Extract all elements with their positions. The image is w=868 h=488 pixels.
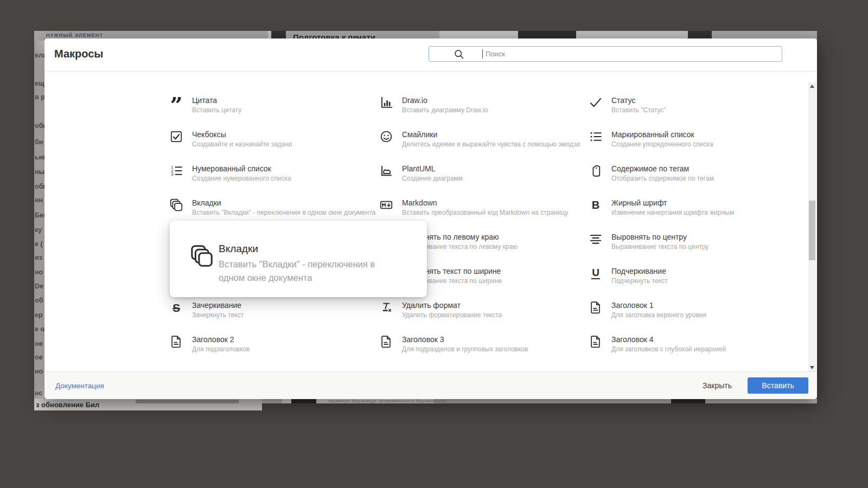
dialog-footer: Документация Закрыть Вставить	[44, 371, 817, 399]
background-text-fragment: обн	[35, 122, 44, 130]
macro-item-title: Удалить формат	[402, 300, 502, 310]
triangle-up-icon	[810, 85, 814, 88]
macro-item-description: Подчеркнуть текст	[611, 277, 668, 285]
check-icon	[589, 95, 603, 110]
background-text-fragment: ое	[35, 340, 43, 348]
background-text-fragment: но	[35, 368, 43, 375]
window-fragment	[671, 399, 705, 403]
background-text-fragment: нс	[35, 389, 43, 397]
macro-item-heading-4[interactable]: Заголовок 4Для заголовков с глубокой иер…	[589, 335, 790, 354]
background-text-fragment: з обновление Бил	[36, 401, 99, 409]
macro-item-text: Нумерованный списокСоздание нумерованног…	[192, 164, 291, 183]
macro-item-bullet-list[interactable]: Маркированный списокСоздание упорядоченн…	[589, 130, 790, 149]
macro-item-title: Зачеркивание	[192, 300, 244, 310]
smiley-icon	[379, 130, 393, 144]
macro-preview-card: Вкладки Вставить "Вкладки" - переключени…	[170, 221, 427, 297]
scroll-down-button[interactable]	[808, 364, 816, 371]
macro-item-title: Содержимое по тегам	[611, 164, 714, 174]
macro-item-heading-1[interactable]: Заголовок 1Для заголовка верхнего уровня	[589, 300, 790, 319]
window-fragment	[136, 400, 239, 403]
macro-item-markdown[interactable]: MarkdownВставить преобразованный код Mar…	[379, 198, 581, 217]
background-text-fragment: е о	[35, 325, 44, 333]
macro-item-text: СтатусВставить "Статус"	[611, 95, 666, 114]
search-input[interactable]	[429, 47, 782, 61]
background-text-fragment: ны	[35, 168, 44, 176]
background-text-fragment: ку	[35, 226, 42, 234]
macro-item-checkboxes[interactable]: ЧекбоксыСоздавайте и назначайте задачи	[169, 130, 371, 149]
checkbox-icon	[169, 130, 183, 144]
numbered-list-icon: 123	[169, 164, 183, 178]
macro-item-text: ЧекбоксыСоздавайте и назначайте задачи	[192, 130, 292, 149]
doc-icon	[169, 335, 183, 349]
macro-item-tabs[interactable]: ВкладкиВставить "Вкладки" - переключения…	[169, 198, 371, 217]
macro-item-description: Создавайте и назначайте задачи	[192, 140, 292, 149]
macro-item-text: Заголовок 2Для подзаголовков	[192, 335, 250, 354]
macro-item-emoji[interactable]: СмайликиДелитесь идеями и выражайте чувс…	[379, 130, 581, 149]
macro-item-description: Удалить форматирование текста	[402, 311, 502, 319]
macro-item-bold[interactable]: BЖирный шрифтИзменение начертания шрифта…	[589, 198, 790, 217]
macro-item-description: Для заголовка верхнего уровня	[611, 311, 706, 319]
macro-item-strikethrough[interactable]: SЗачеркиваниеЗачеркнуть текст	[169, 300, 371, 319]
macro-item-text: СмайликиДелитесь идеями и выражайте чувс…	[402, 130, 580, 149]
documentation-link[interactable]: Документация	[55, 382, 104, 390]
preview-description: Вставить "Вкладки" - переключения в одно…	[219, 258, 403, 285]
svg-text:3: 3	[171, 172, 173, 177]
macro-item-numbered-list[interactable]: 123Нумерованный списокСоздание нумерован…	[169, 164, 371, 183]
macro-item-text: PlantUMLСоздание диаграмм	[402, 164, 463, 183]
macro-item-description: Отобразить содержимое по тегам	[611, 175, 714, 183]
macro-item-clear-format[interactable]: Удалить форматУдалить форматирование тек…	[379, 300, 581, 319]
macro-item-description: Для подзаголовков	[192, 345, 250, 354]
macro-item-description: Вставить "Статус"	[611, 106, 666, 114]
tabs-icon	[189, 243, 214, 268]
macro-item-text: ЦитатаВставить цитату	[192, 95, 241, 114]
search-box	[429, 46, 782, 62]
macro-item-text: Жирный шрифтИзменение начертания шрифта …	[611, 198, 734, 217]
macro-item-align-center[interactable]: Выровнять по центруВыравнивание текста п…	[589, 232, 790, 251]
background-text-fragment: ещ	[35, 80, 44, 87]
macro-item-status[interactable]: СтатусВставить "Статус"	[589, 95, 790, 114]
doc-icon	[589, 300, 603, 314]
macro-item-description: Создание упорядоченного списка	[611, 140, 713, 149]
tag-icon	[589, 164, 603, 178]
background-window-bottom: параметре 'Вид вывода', установленного в…	[262, 399, 817, 403]
background-text-fragment: бн	[35, 138, 43, 146]
background-text-fragment: обн	[35, 183, 44, 190]
scroll-up-button[interactable]	[808, 82, 816, 90]
macro-item-drawio[interactable]: Draw.ioВставить диаграмму Draw.io	[379, 95, 581, 114]
macro-item-title: Заголовок 2	[192, 335, 250, 344]
insert-button[interactable]: Вставить	[748, 377, 808, 394]
doc-icon	[589, 335, 603, 349]
background-window-left: елиещв робнбньныныобнннБегкуе (изноDeобе…	[34, 41, 44, 399]
macro-item-underline[interactable]: UПодчеркиваниеПодчеркнуть текст	[589, 266, 790, 285]
background-text-fragment: е (	[35, 240, 43, 248]
background-text-fragment: De	[35, 282, 43, 290]
modal-scrollbar[interactable]	[808, 82, 816, 371]
underline-icon: U	[589, 266, 603, 280]
scrollbar-thumb[interactable]	[809, 201, 815, 260]
background-text-fragment: об	[35, 297, 43, 304]
macro-item-plantuml[interactable]: PlantUMLСоздание диаграмм	[379, 164, 581, 183]
macro-item-description: Делитесь идеями и выражайте чувства с по…	[402, 140, 580, 149]
macro-item-text: ЗачеркиваниеЗачеркнуть текст	[192, 300, 244, 319]
macro-item-heading-3[interactable]: Заголовок 3Для подразделов и групповых з…	[379, 335, 581, 354]
macro-item-title: Вкладки	[192, 198, 371, 208]
macro-item-description: Вставить диаграмму Draw.io	[402, 106, 488, 114]
macro-item-text: Содержимое по тегамОтобразить содержимое…	[611, 164, 714, 183]
macro-item-text: Маркированный списокСоздание упорядоченн…	[611, 130, 713, 149]
macro-item-title: Статус	[611, 95, 666, 105]
macro-item-quote[interactable]: ”ЦитатаВставить цитату	[169, 95, 371, 114]
macro-item-title: Draw.io	[402, 95, 488, 105]
background-text-fragment: ое	[35, 354, 43, 361]
macro-item-title: Выровнять по центру	[611, 232, 709, 242]
strikethrough-icon: S	[169, 300, 183, 314]
macro-item-tag-content[interactable]: Содержимое по тегамОтобразить содержимое…	[589, 164, 790, 183]
macro-item-description: Вставить преобразованный код Markdown на…	[402, 209, 568, 217]
drawio-icon	[379, 95, 393, 110]
macro-item-title: Заголовок 1	[611, 300, 706, 310]
macro-item-description: Изменение начертания шрифта жирным	[611, 209, 734, 217]
bullet-list-icon	[589, 130, 603, 144]
close-button[interactable]: Закрыть	[691, 377, 743, 394]
quote-icon: ”	[169, 95, 183, 110]
triangle-down-icon	[810, 366, 814, 369]
macro-item-heading-2[interactable]: Заголовок 2Для подзаголовков	[169, 335, 371, 354]
